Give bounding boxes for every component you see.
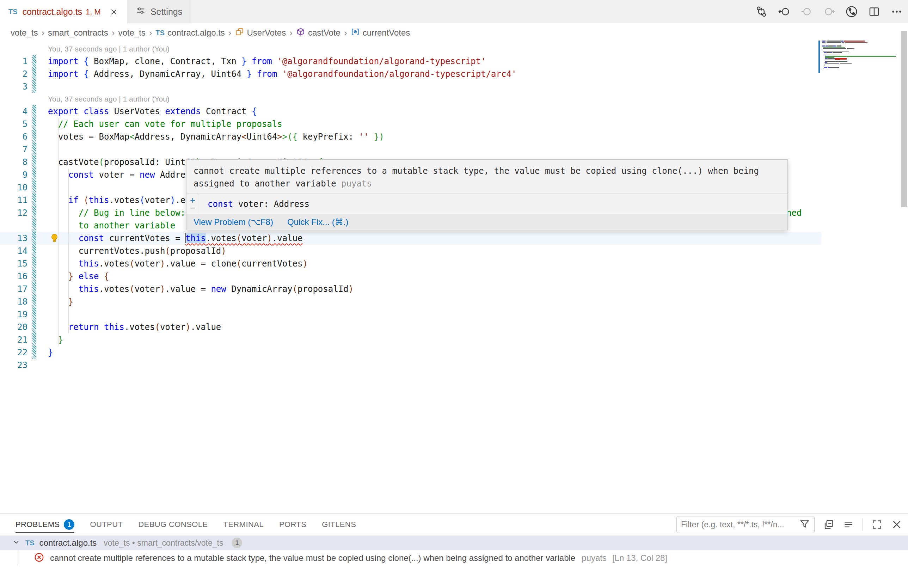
- panel-tab-output[interactable]: OUTPUT: [90, 514, 123, 535]
- panel-tab-terminal[interactable]: TERMINAL: [223, 514, 263, 535]
- minimap[interactable]: [818, 39, 899, 79]
- tab-settings[interactable]: Settings: [127, 0, 191, 23]
- breadcrumb-variable[interactable]: currentVotes: [351, 27, 410, 39]
- open-previous-change-icon[interactable]: [778, 5, 790, 18]
- modified-line-gutter-indicator: [32, 295, 36, 308]
- decrease-verbosity-icon[interactable]: −: [190, 204, 195, 212]
- problems-count-badge: 1: [64, 519, 74, 530]
- panel-tab-ports[interactable]: PORTS: [279, 514, 306, 535]
- modified-line-gutter-indicator: [32, 270, 36, 283]
- gitlens-blame-annotation: You, 37 seconds ago | 1 author (You): [0, 93, 821, 105]
- code-line[interactable]: 7: [0, 143, 821, 156]
- breadcrumb-class[interactable]: UserVotes: [235, 27, 286, 39]
- close-panel-icon[interactable]: [891, 519, 902, 530]
- tab-decorations: 1, M: [86, 7, 101, 16]
- code-line[interactable]: 20 return this.votes(voter).value: [0, 321, 821, 333]
- typescript-file-icon: TS: [26, 539, 35, 547]
- problem-row[interactable]: cannot create multiple references to a m…: [0, 550, 908, 566]
- code-line[interactable]: 21 }: [0, 333, 821, 346]
- modified-line-gutter-indicator: [32, 143, 36, 156]
- code-line[interactable]: 5 // Each user can vote for multiple pro…: [0, 118, 821, 130]
- line-number: 3: [0, 81, 27, 93]
- tab-contract-algo-ts[interactable]: TS contract.algo.ts 1, M: [0, 0, 127, 24]
- tab-title: Settings: [151, 7, 182, 17]
- panel-tab-debug-console[interactable]: DEBUG CONSOLE: [138, 514, 208, 535]
- panel-tab-problems[interactable]: PROBLEMS 1: [16, 514, 74, 535]
- view-problem-link[interactable]: View Problem (⌥F8): [193, 217, 273, 227]
- text-cursor: [185, 234, 186, 243]
- close-tab-icon[interactable]: [109, 7, 118, 16]
- line-number: 6: [0, 130, 27, 143]
- code-line[interactable]: 6 votes = BoxMap<Address, DynamicArray<U…: [0, 130, 821, 143]
- breadcrumb-folder[interactable]: vote_ts: [118, 28, 145, 38]
- tab-title: contract.algo.ts: [23, 7, 82, 17]
- error-icon: [34, 552, 44, 564]
- modified-line-gutter-indicator: [32, 81, 36, 93]
- modified-line-gutter-indicator: [32, 156, 36, 169]
- code-line[interactable]: 17 this.votes(voter).value = new Dynamic…: [0, 283, 821, 295]
- code-line[interactable]: 19: [0, 308, 821, 321]
- problems-file-group-row[interactable]: TS contract.algo.ts vote_ts • smart_cont…: [0, 535, 908, 550]
- view-as-table-icon[interactable]: [843, 519, 854, 530]
- file-group-name: contract.algo.ts: [39, 538, 97, 548]
- line-number: 20: [0, 321, 27, 333]
- problems-filter-box[interactable]: [676, 516, 815, 533]
- line-number: 18: [0, 295, 27, 308]
- maximize-panel-icon[interactable]: [871, 519, 882, 530]
- more-actions-icon[interactable]: [890, 5, 903, 18]
- quick-fix-link[interactable]: Quick Fix... (⌘.): [287, 217, 348, 227]
- line-number: 8: [0, 156, 27, 169]
- problems-filter-input[interactable]: [681, 520, 797, 530]
- modified-line-gutter-indicator: [32, 105, 36, 118]
- vertical-scrollbar[interactable]: [901, 31, 907, 207]
- commit-graph-icon[interactable]: [845, 5, 858, 18]
- compare-changes-icon[interactable]: [755, 5, 768, 18]
- bottom-panel: PROBLEMS 1 OUTPUT DEBUG CONSOLE TERMINAL…: [0, 513, 908, 588]
- chevron-down-icon[interactable]: [12, 538, 21, 548]
- minimap-line: [822, 71, 899, 72]
- breadcrumb-separator: ›: [41, 27, 44, 39]
- code-line[interactable]: 4export class UserVotes extends Contract…: [0, 105, 821, 118]
- breadcrumb-folder[interactable]: smart_contracts: [48, 28, 108, 38]
- line-number: 14: [0, 245, 27, 257]
- editor-action-toolbar: [755, 0, 903, 23]
- symbol-variable-icon: [351, 27, 360, 39]
- code-line[interactable]: 2import { Address, DynamicArray, Uint64 …: [0, 68, 821, 81]
- modified-line-gutter-indicator: [32, 232, 36, 245]
- line-number: 15: [0, 257, 27, 270]
- panel-controls: [676, 516, 902, 533]
- collapse-all-icon[interactable]: [823, 519, 834, 530]
- code-line[interactable]: 23: [0, 359, 821, 372]
- code-line[interactable]: 13 const currentVotes = this.votes(voter…: [0, 232, 821, 245]
- panel-header: PROBLEMS 1 OUTPUT DEBUG CONSOLE TERMINAL…: [0, 514, 908, 535]
- code-line[interactable]: 14 currentVotes.push(proposalId): [0, 245, 821, 257]
- next-change-icon: [823, 5, 836, 18]
- split-editor-icon[interactable]: [868, 5, 881, 18]
- editor-tab-bar: TS contract.algo.ts 1, M Settings: [0, 0, 908, 23]
- breadcrumb-separator: ›: [112, 27, 115, 39]
- file-group-path: vote_ts • smart_contracts/vote_ts: [104, 538, 223, 548]
- file-group-count-badge: 1: [232, 538, 242, 548]
- code-line[interactable]: 22}: [0, 346, 821, 359]
- hover-actions-row: View Problem (⌥F8) Quick Fix... (⌘.): [187, 214, 787, 230]
- panel-tab-gitlens[interactable]: GITLENS: [322, 514, 356, 535]
- code-line[interactable]: 3: [0, 81, 821, 93]
- line-number: 12: [0, 206, 27, 219]
- code-line[interactable]: 15 this.votes(voter).value = clone(curre…: [0, 257, 821, 270]
- line-number: 4: [0, 105, 27, 118]
- previous-change-icon: [800, 5, 813, 18]
- breadcrumb-method[interactable]: castVote: [296, 27, 340, 39]
- breadcrumb-folder[interactable]: vote_ts: [11, 28, 38, 38]
- line-number: 16: [0, 270, 27, 283]
- problem-source: puyats: [581, 553, 607, 563]
- code-line[interactable]: 18 }: [0, 295, 821, 308]
- modified-line-gutter-indicator: [32, 283, 36, 295]
- breadcrumb-file[interactable]: TS contract.algo.ts: [156, 28, 225, 38]
- code-line[interactable]: 1import { BoxMap, clone, Contract, Txn }…: [0, 55, 821, 68]
- code-line[interactable]: 16 } else {: [0, 270, 821, 283]
- filter-funnel-icon[interactable]: [799, 519, 810, 530]
- modified-line-gutter-indicator: [32, 169, 36, 181]
- settings-sliders-icon: [136, 6, 146, 18]
- hover-error-message: cannot create multiple references to a m…: [187, 160, 787, 193]
- line-number: 17: [0, 283, 27, 295]
